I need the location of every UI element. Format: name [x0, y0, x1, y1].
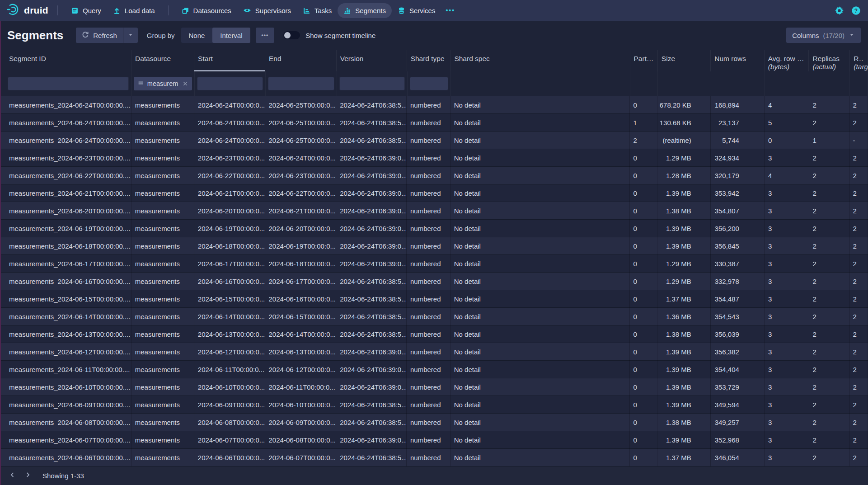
cell-num_rows[interactable]: 346,054 [711, 449, 765, 466]
cell-avg_row_size[interactable]: 3 [765, 202, 809, 220]
cell-version[interactable]: 2024-06-24T06:38:5... [336, 290, 407, 308]
cell-size[interactable]: 1.38 MB [657, 414, 711, 431]
cell-start[interactable]: 2024-06-23T00:00:0... [194, 149, 265, 167]
cell-replication_factor[interactable]: 2 [850, 255, 868, 273]
cell-datasource[interactable]: measurements [131, 308, 194, 325]
cell-replicas[interactable]: 2 [809, 361, 850, 378]
cell-shard_spec[interactable]: No detail [450, 343, 630, 361]
cell-version[interactable]: 2024-06-24T06:38:5... [336, 449, 407, 466]
refresh-button[interactable]: Refresh [76, 28, 123, 43]
cell-version[interactable]: 2024-06-24T06:39:0... [336, 220, 407, 237]
cell-num_rows[interactable]: 354,487 [711, 290, 765, 308]
cell-shard_type[interactable]: numbered [407, 220, 450, 237]
cell-version[interactable]: 2024-06-24T06:38:5... [336, 325, 407, 343]
cell-num_rows[interactable]: 324,934 [711, 149, 765, 167]
cell-version[interactable]: 2024-06-24T06:39:0... [336, 255, 407, 273]
cell-size[interactable]: 1.39 MB [657, 220, 711, 237]
cell-end[interactable]: 2024-06-19T00:00:0... [265, 237, 337, 255]
cell-shard_spec[interactable]: No detail [450, 132, 630, 149]
cell-segment_id[interactable]: measurements_2024-06-13T00:00:00.... [5, 325, 131, 343]
show-segment-timeline-toggle[interactable] [283, 31, 300, 39]
column-header-size[interactable]: Size [658, 50, 711, 71]
cell-datasource[interactable]: measurements [131, 96, 194, 114]
cell-replication_factor[interactable]: 2 [850, 167, 868, 184]
cell-shard_type[interactable]: numbered [407, 361, 450, 378]
cell-num_rows[interactable]: 349,594 [711, 396, 765, 414]
cell-version[interactable]: 2024-06-24T06:38:5... [336, 414, 407, 431]
cell-version[interactable]: 2024-06-24T06:38:5... [336, 114, 407, 132]
cell-shard_spec[interactable]: No detail [450, 220, 630, 237]
cell-size[interactable]: 1.29 MB [657, 255, 711, 273]
cell-shard_spec[interactable]: No detail [450, 431, 630, 449]
cell-replicas[interactable]: 2 [809, 325, 850, 343]
cell-num_rows[interactable]: 356,382 [711, 343, 765, 361]
cell-size[interactable]: 1.38 MB [657, 325, 711, 343]
cell-replicas[interactable]: 2 [809, 167, 850, 184]
cell-replication_factor[interactable]: 2 [850, 431, 868, 449]
nav-item-query[interactable]: Query [65, 3, 107, 18]
cell-partition[interactable]: 0 [630, 96, 657, 114]
cell-version[interactable]: 2024-06-24T06:39:0... [336, 343, 407, 361]
cell-datasource[interactable]: measurements [131, 167, 194, 184]
cell-start[interactable]: 2024-06-19T00:00:0... [194, 220, 265, 237]
cell-shard_spec[interactable]: No detail [450, 449, 630, 466]
cell-end[interactable]: 2024-06-18T00:00:0... [265, 255, 337, 273]
cell-avg_row_size[interactable]: 5 [765, 114, 809, 132]
cell-replicas[interactable]: 2 [809, 308, 850, 325]
cell-shard_type[interactable]: numbered [407, 378, 450, 396]
cell-avg_row_size[interactable]: 3 [765, 449, 809, 466]
cell-end[interactable]: 2024-06-25T00:00:0... [265, 132, 337, 149]
cell-datasource[interactable]: measurements [131, 273, 194, 290]
cell-segment_id[interactable]: measurements_2024-06-24T00:00:00.... [5, 114, 131, 132]
cell-segment_id[interactable]: measurements_2024-06-06T00:00:00.... [5, 449, 131, 466]
cell-shard_type[interactable]: numbered [407, 202, 450, 220]
cell-replicas[interactable]: 2 [809, 414, 850, 431]
cell-start[interactable]: 2024-06-13T00:00:0... [194, 325, 265, 343]
cell-start[interactable]: 2024-06-17T00:00:0... [194, 255, 265, 273]
cell-size[interactable]: (realtime) [657, 132, 711, 149]
cell-replication_factor[interactable]: 2 [850, 114, 868, 132]
cell-version[interactable]: 2024-06-24T06:38:5... [336, 96, 407, 114]
cell-replicas[interactable]: 2 [809, 396, 850, 414]
cell-partition[interactable]: 0 [630, 343, 657, 361]
cell-avg_row_size[interactable]: 3 [765, 237, 809, 255]
cell-datasource[interactable]: measurements [131, 237, 194, 255]
column-header-datasource[interactable]: Datasource [131, 50, 194, 71]
cell-segment_id[interactable]: measurements_2024-06-24T00:00:00.... [5, 132, 131, 149]
cell-partition[interactable]: 0 [630, 378, 657, 396]
cell-size[interactable]: 1.29 MB [657, 273, 711, 290]
cell-avg_row_size[interactable]: 3 [765, 343, 809, 361]
cell-size[interactable]: 1.37 MB [657, 290, 711, 308]
cell-segment_id[interactable]: measurements_2024-06-17T00:00:00.... [5, 255, 131, 273]
cell-version[interactable]: 2024-06-24T06:39:0... [336, 167, 407, 184]
cell-replicas[interactable]: 2 [809, 96, 850, 114]
cell-datasource[interactable]: measurements [131, 149, 194, 167]
cell-shard_type[interactable]: numbered [407, 343, 450, 361]
cell-version[interactable]: 2024-06-24T06:38:5... [336, 396, 407, 414]
cell-num_rows[interactable]: 353,729 [711, 378, 765, 396]
cell-replicas[interactable]: 2 [809, 114, 850, 132]
column-header-replication_factor[interactable]: Replication factor(target) [850, 50, 868, 71]
cell-end[interactable]: 2024-06-17T00:00:0... [265, 273, 337, 290]
cell-size[interactable]: 1.39 MB [657, 378, 711, 396]
cell-version[interactable]: 2024-06-24T06:39:0... [336, 149, 407, 167]
cell-replicas[interactable]: 2 [809, 273, 850, 290]
cell-partition[interactable]: 0 [630, 290, 657, 308]
cell-segment_id[interactable]: measurements_2024-06-09T00:00:00.... [5, 396, 131, 414]
cell-replicas[interactable]: 2 [809, 290, 850, 308]
cell-replication_factor[interactable]: 2 [850, 361, 868, 378]
cell-segment_id[interactable]: measurements_2024-06-07T00:00:00.... [5, 431, 131, 449]
cell-end[interactable]: 2024-06-22T00:00:0... [265, 184, 337, 202]
cell-shard_type[interactable]: numbered [407, 237, 450, 255]
cell-shard_spec[interactable]: No detail [450, 396, 630, 414]
cell-segment_id[interactable]: measurements_2024-06-14T00:00:00.... [5, 308, 131, 325]
cell-avg_row_size[interactable]: 3 [765, 220, 809, 237]
cell-replicas[interactable]: 2 [809, 431, 850, 449]
group-by-option-none[interactable]: None [181, 28, 213, 43]
cell-size[interactable]: 1.37 MB [657, 449, 711, 466]
cell-version[interactable]: 2024-06-24T06:39:0... [336, 378, 407, 396]
cell-shard_spec[interactable]: No detail [450, 361, 630, 378]
cell-size[interactable]: 1.39 MB [657, 237, 711, 255]
cell-avg_row_size[interactable]: 4 [765, 96, 809, 114]
cell-segment_id[interactable]: measurements_2024-06-15T00:00:00.... [5, 290, 131, 308]
